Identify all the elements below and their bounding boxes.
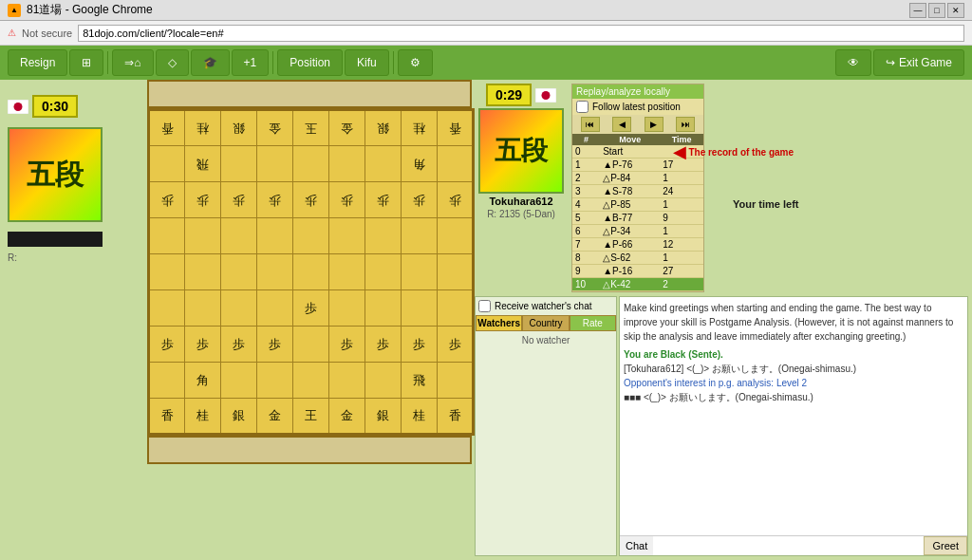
board-cell[interactable]: 歩 xyxy=(185,327,221,363)
nav-next-button[interactable]: ▶ xyxy=(645,117,664,132)
board-cell[interactable]: 歩 xyxy=(329,182,365,218)
record-row[interactable]: 8△S-621 xyxy=(572,252,703,265)
minimize-button[interactable]: — xyxy=(909,3,926,18)
move-button[interactable]: ⇒⌂ xyxy=(112,49,153,76)
board-cell[interactable] xyxy=(293,254,329,290)
record-row[interactable]: 6△P-341 xyxy=(572,225,703,238)
board-cell[interactable]: 飛 xyxy=(185,146,221,182)
board-cell[interactable] xyxy=(329,290,365,327)
board-cell[interactable]: 歩 xyxy=(293,290,329,327)
board-cell[interactable] xyxy=(185,290,221,327)
board-cell[interactable] xyxy=(257,254,293,290)
board-cell[interactable] xyxy=(293,218,329,254)
record-row[interactable]: 2△P-841 xyxy=(572,172,703,185)
receive-watcher-checkbox[interactable] xyxy=(478,300,491,312)
board-cell[interactable] xyxy=(293,327,329,363)
board-cell[interactable]: 桂 xyxy=(185,110,221,146)
gear-button[interactable]: ⚙ xyxy=(398,49,433,76)
board-cell[interactable]: 金 xyxy=(329,110,365,146)
board-cell[interactable] xyxy=(221,218,257,254)
board-cell[interactable] xyxy=(149,254,185,290)
board-cell[interactable]: 金 xyxy=(329,399,365,435)
position-button[interactable]: Position xyxy=(277,49,343,76)
board-cell[interactable] xyxy=(365,218,402,254)
maximize-button[interactable]: □ xyxy=(928,3,945,18)
board-cell[interactable] xyxy=(438,146,474,182)
board-cell[interactable]: 歩 xyxy=(149,182,185,218)
board-cell[interactable]: 香 xyxy=(149,399,185,435)
record-row[interactable]: 5▲B-779 xyxy=(572,212,703,225)
board-cell[interactable]: 桂 xyxy=(402,399,438,435)
board-cell[interactable]: 金 xyxy=(257,110,293,146)
plus-one-button[interactable]: +1 xyxy=(232,49,270,76)
board-cell[interactable] xyxy=(365,363,402,399)
board-cell[interactable]: 歩 xyxy=(365,182,402,218)
board-cell[interactable] xyxy=(257,290,293,327)
board-cell[interactable] xyxy=(257,218,293,254)
record-row[interactable]: 3▲S-7824 xyxy=(572,185,703,198)
resign-button[interactable]: Resign xyxy=(8,49,67,76)
close-button[interactable]: ✕ xyxy=(947,3,964,18)
board-cell[interactable] xyxy=(149,290,185,327)
board-cell[interactable]: 飛 xyxy=(402,363,438,399)
board-cell[interactable] xyxy=(438,290,474,327)
board-cell[interactable]: 王 xyxy=(293,399,329,435)
board-cell[interactable]: 歩 xyxy=(149,327,185,363)
board-cell[interactable]: 歩 xyxy=(438,182,474,218)
board-cell[interactable] xyxy=(365,290,402,327)
follow-position-checkbox[interactable] xyxy=(576,101,589,113)
board-cell[interactable] xyxy=(402,254,438,290)
board-cell[interactable] xyxy=(329,363,365,399)
address-input[interactable] xyxy=(78,25,964,42)
watchers-tab[interactable]: Watchers xyxy=(476,315,522,331)
board-cell[interactable]: 桂 xyxy=(402,110,438,146)
board-cell[interactable] xyxy=(257,363,293,399)
record-row[interactable]: 9▲P-1627 xyxy=(572,265,703,278)
board-cell[interactable]: 香 xyxy=(149,110,185,146)
shogi-board[interactable]: 香桂銀金玉金銀桂香飛角歩歩歩歩歩歩歩歩歩歩歩歩歩歩歩歩歩歩角飛香桂銀金王金銀桂香 xyxy=(147,108,475,436)
record-row[interactable]: 7▲P-6612 xyxy=(572,238,703,252)
board-cell[interactable]: 桂 xyxy=(185,399,221,435)
board-cell[interactable] xyxy=(329,218,365,254)
board-cell[interactable] xyxy=(185,218,221,254)
board-cell[interactable]: 歩 xyxy=(257,182,293,218)
board-cell[interactable]: 歩 xyxy=(402,327,438,363)
board-cell[interactable] xyxy=(221,363,257,399)
board-cell[interactable] xyxy=(402,290,438,327)
board-cell[interactable] xyxy=(185,254,221,290)
nav-first-button[interactable]: ⏮ xyxy=(581,117,600,132)
chat-input[interactable] xyxy=(653,536,924,555)
hat-button[interactable]: 🎓 xyxy=(191,49,230,76)
board-cell[interactable]: 歩 xyxy=(365,327,402,363)
board-cell[interactable] xyxy=(221,254,257,290)
board-cell[interactable] xyxy=(293,363,329,399)
record-row[interactable]: 10△K-422 xyxy=(572,278,703,291)
replay-button[interactable]: Replay/analyze locally xyxy=(572,84,703,99)
rate-tab[interactable]: Rate xyxy=(570,315,616,331)
country-tab[interactable]: Country xyxy=(522,315,569,331)
board-cell[interactable]: 歩 xyxy=(257,327,293,363)
board-cell[interactable]: 歩 xyxy=(329,327,365,363)
board-cell[interactable]: 銀 xyxy=(221,110,257,146)
nav-prev-button[interactable]: ◀ xyxy=(612,117,631,132)
board-cell[interactable] xyxy=(149,218,185,254)
board-cell[interactable] xyxy=(438,218,474,254)
board-cell[interactable] xyxy=(438,254,474,290)
board-cell[interactable] xyxy=(365,254,402,290)
board-cell[interactable] xyxy=(293,146,329,182)
board-cell[interactable]: 銀 xyxy=(221,399,257,435)
board-cell[interactable] xyxy=(329,146,365,182)
board-cell[interactable]: 歩 xyxy=(293,182,329,218)
eye-button[interactable]: 👁 xyxy=(835,49,871,76)
diamond-button[interactable]: ◇ xyxy=(156,49,189,76)
board-cell[interactable] xyxy=(257,146,293,182)
board-cell[interactable]: 香 xyxy=(438,110,474,146)
board-cell[interactable] xyxy=(221,146,257,182)
kifu-button[interactable]: Kifu xyxy=(345,49,389,76)
greet-button[interactable]: Greet xyxy=(924,536,967,555)
exit-game-button[interactable]: ↪ Exit Game xyxy=(873,49,964,76)
board-cell[interactable]: 香 xyxy=(438,399,474,435)
board-cell[interactable] xyxy=(402,218,438,254)
board-cell[interactable] xyxy=(365,146,402,182)
board-cell[interactable]: 歩 xyxy=(221,327,257,363)
